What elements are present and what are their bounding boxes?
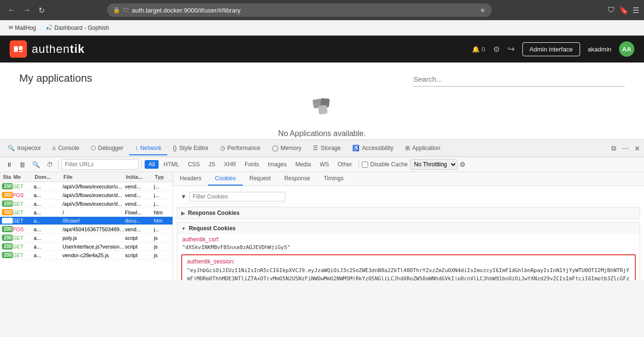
network-row[interactable]: 200 GET a... poly.js script js cached 0 — [0, 234, 173, 242]
network-row[interactable]: 302 GET a... / Flowl... htm 1.73 kB 4 — [0, 208, 173, 217]
network-row[interactable]: 200 GET a... /api/v3/flows/executor/u...… — [0, 182, 173, 191]
empty-icon — [309, 91, 335, 124]
search-input[interactable] — [413, 75, 625, 83]
dock-button[interactable]: ⧉ — [609, 142, 618, 154]
bookmark-mailhog-label: MailHog — [15, 25, 36, 31]
col-domain-header: Dom... — [34, 173, 62, 181]
bookmark-gophish[interactable]: 🎣 Dashboard - Gophish — [42, 23, 113, 33]
header-right: 🔔 0 ⚙ ↪ Admin interface akadmin AA — [472, 41, 634, 57]
filter-media[interactable]: Media — [291, 160, 315, 169]
tab-accessibility[interactable]: ♿ Accessibility — [347, 142, 399, 155]
throttle-select[interactable]: No Throttling Slow 3G Fast 3G Offline — [410, 159, 458, 170]
network-settings-button[interactable]: ⚙ — [459, 161, 466, 168]
response-cookies-label: Response Cookies — [188, 210, 239, 216]
search-button[interactable]: 🔍 — [30, 160, 42, 170]
admin-interface-button[interactable]: Admin interface — [522, 42, 580, 56]
style-editor-label: Style Editor — [179, 145, 209, 151]
col-file-header: File — [62, 173, 125, 181]
network-row[interactable]: 200 POS a... /api/4504163677503489/... v… — [0, 225, 173, 234]
extensions-button[interactable]: 🛡 — [607, 6, 615, 14]
tab-console[interactable]: ≥ Console — [47, 142, 85, 155]
address-bar[interactable]: 🔒 🛡 auth.target.docker:9000/if/user/#/li… — [107, 3, 492, 17]
tab-application[interactable]: ⊞ Application — [399, 142, 446, 155]
filter-css[interactable]: CSS — [184, 160, 204, 169]
timer-button[interactable]: ⏱ — [44, 160, 55, 170]
network-row[interactable]: 200 GET a... UserInterface.js?version=..… — [0, 242, 173, 251]
close-devtools-button[interactable]: ✕ — [632, 143, 642, 154]
logout-button[interactable]: ↪ — [508, 44, 515, 54]
browser-chrome: ← → ↻ 🔒 🛡 auth.target.docker:9000/if/use… — [0, 0, 644, 20]
url-display: auth.target.docker:9000/if/user/#/librar… — [132, 7, 477, 14]
empty-text: No Applications available. — [278, 129, 366, 138]
filter-other[interactable]: Other — [334, 160, 356, 169]
col-type-header: Typ — [154, 173, 173, 181]
request-cookies-section: ▼ Request Cookies authentik_csrf: "dXSkv… — [177, 222, 640, 280]
cookie-filter-input[interactable] — [189, 192, 285, 201]
menu-button[interactable]: ☰ — [632, 6, 639, 15]
detail-tab-response[interactable]: Response — [277, 172, 317, 186]
more-tools-button[interactable]: ⋯ — [620, 143, 631, 154]
network-row[interactable]: 302 POS a... /api/v3/flows/executor/d...… — [0, 191, 173, 200]
forward-button[interactable]: → — [20, 4, 34, 17]
clear-button[interactable]: 🗑 — [17, 160, 28, 170]
disable-cache-label[interactable]: Disable Cache — [362, 161, 408, 168]
memory-icon: ◯ — [272, 145, 278, 151]
toolbar-separator-1 — [58, 160, 59, 169]
response-cookies-arrow: ▶ — [181, 211, 185, 216]
bookmark-button[interactable]: ★ — [480, 6, 486, 14]
tab-network[interactable]: ↕ Network — [129, 142, 167, 155]
filter-icon: ▼ — [181, 193, 186, 200]
tab-inspector[interactable]: 🔍 Inspector — [2, 142, 47, 155]
filter-tabs: All HTML CSS JS XHR Fonts Images Media W… — [145, 160, 356, 169]
col-status-header: Sta — [2, 173, 12, 181]
filter-xhr[interactable]: XHR — [220, 160, 240, 169]
filter-js[interactable]: JS — [205, 160, 219, 169]
csrf-cookie-item: authentik_csrf: "dXSkvINKMBvF8Snxa0zAQJE… — [177, 234, 640, 252]
response-cookies-section: ▶ Response Cookies — [177, 207, 640, 219]
tab-memory[interactable]: ◯ Memory — [266, 142, 307, 155]
settings-button[interactable]: ⚙ — [493, 45, 500, 54]
mailhog-icon: ✉ — [9, 25, 13, 31]
filter-images[interactable]: Images — [264, 160, 290, 169]
network-content: Sta Me Dom... File Initia... Typ Tran...… — [0, 172, 644, 280]
bookmarks-button[interactable]: 🔖 — [619, 6, 629, 15]
detail-tab-request[interactable]: Request — [243, 172, 278, 186]
application-icon: ⊞ — [405, 145, 410, 151]
svg-rect-1 — [14, 46, 18, 52]
detail-tab-timings[interactable]: Timings — [317, 172, 350, 186]
bookmark-mailhog[interactable]: ✉ MailHog — [5, 23, 40, 33]
notifications-button[interactable]: 🔔 0 — [472, 46, 485, 53]
back-button[interactable]: ← — [5, 4, 18, 17]
browser-actions: 🛡 🔖 ☰ — [607, 6, 639, 15]
accessibility-icon: ♿ — [352, 145, 359, 151]
app-header: authentik 🔔 0 ⚙ ↪ Admin interface akadmi… — [0, 36, 644, 62]
network-row[interactable]: 200 GET a... /api/v3/flows/executor/d...… — [0, 200, 173, 208]
avatar[interactable]: AA — [619, 41, 634, 57]
request-cookies-header[interactable]: ▼ Request Cookies — [177, 223, 640, 234]
tab-performance[interactable]: ◷ Performance — [214, 142, 266, 155]
network-row[interactable]: 200 GET a... vendor-c28e4a25.js script j… — [0, 251, 173, 260]
pause-recording-button[interactable]: ⏸ — [4, 160, 15, 170]
detail-tab-bar: Headers Cookies Request Response Timings — [173, 172, 644, 186]
empty-state: No Applications available. — [278, 91, 366, 138]
filter-ws[interactable]: WS — [316, 160, 333, 169]
security-icon: 🔒 — [113, 7, 120, 13]
inspector-icon: 🔍 — [8, 145, 15, 151]
console-icon: ≥ — [52, 145, 56, 151]
tab-style-editor[interactable]: {} Style Editor — [167, 142, 214, 155]
tab-storage[interactable]: ☰ Storage — [307, 142, 347, 155]
detail-tab-headers[interactable]: Headers — [173, 172, 208, 186]
filter-html[interactable]: HTML — [160, 160, 183, 169]
filter-all[interactable]: All — [145, 160, 159, 169]
disable-cache-checkbox[interactable] — [362, 162, 368, 168]
refresh-button[interactable]: ↻ — [36, 4, 48, 17]
console-label: Console — [58, 145, 79, 151]
filter-urls-input[interactable] — [62, 159, 138, 170]
response-cookies-header[interactable]: ▶ Response Cookies — [177, 207, 640, 219]
network-row-selected[interactable]: 200 GET a... /if/user/ docu... htm 2.24 … — [0, 217, 173, 225]
detail-content: ▼ ▶ Response Cookies ▼ Request Cookies — [173, 186, 644, 280]
style-editor-icon: {} — [173, 145, 177, 151]
detail-tab-cookies[interactable]: Cookies — [208, 172, 242, 186]
filter-fonts[interactable]: Fonts — [241, 160, 263, 169]
tab-debugger[interactable]: ⬡ Debugger — [85, 142, 129, 155]
